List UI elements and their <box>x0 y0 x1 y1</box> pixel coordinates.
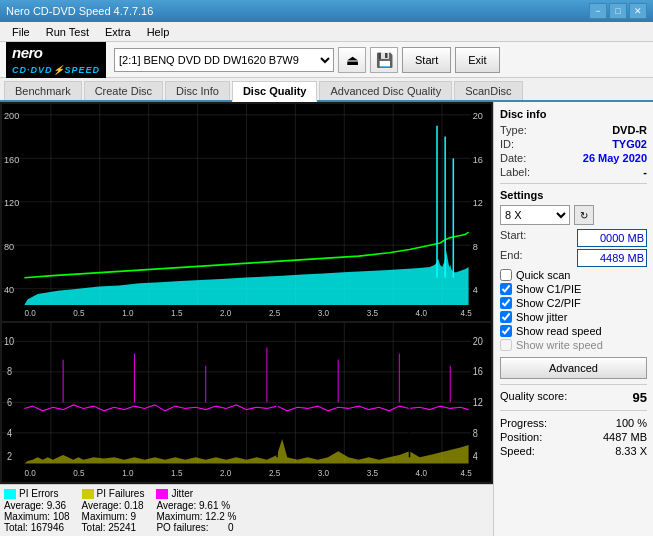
close-button[interactable]: ✕ <box>629 3 647 19</box>
svg-text:1.0: 1.0 <box>122 308 134 318</box>
legend-pi-errors: PI Errors Average: 9.36 Maximum: 108 Tot… <box>4 488 70 533</box>
svg-text:1.5: 1.5 <box>171 467 182 478</box>
nero-logo: nero CD·DVD⚡SPEED <box>6 42 106 78</box>
svg-text:12: 12 <box>473 197 483 208</box>
menu-file[interactable]: File <box>4 25 38 39</box>
show-read-speed-label: Show read speed <box>516 325 602 337</box>
label-row: Label: - <box>500 166 647 178</box>
tab-advanced-disc-quality[interactable]: Advanced Disc Quality <box>319 81 452 100</box>
speed-row: 8 X ↻ <box>500 205 647 225</box>
tab-benchmark[interactable]: Benchmark <box>4 81 82 100</box>
svg-text:8: 8 <box>473 427 478 439</box>
svg-text:40: 40 <box>4 284 14 295</box>
svg-text:4.0: 4.0 <box>416 467 427 478</box>
tab-disc-info[interactable]: Disc Info <box>165 81 230 100</box>
svg-text:4.5: 4.5 <box>460 467 471 478</box>
settings-title: Settings <box>500 189 647 201</box>
svg-text:0.0: 0.0 <box>24 467 35 478</box>
show-c2-checkbox[interactable] <box>500 297 512 309</box>
start-input[interactable] <box>577 229 647 247</box>
divider-3 <box>500 410 647 411</box>
quality-score-row: Quality score: 95 <box>500 390 647 405</box>
speed-label: Speed: <box>500 445 535 457</box>
tab-scandisc[interactable]: ScanDisc <box>454 81 522 100</box>
position-label: Position: <box>500 431 542 443</box>
show-jitter-checkbox[interactable] <box>500 311 512 323</box>
quick-scan-checkbox[interactable] <box>500 269 512 281</box>
speed-select[interactable]: 8 X <box>500 205 570 225</box>
titlebar: Nero CD-DVD Speed 4.7.7.16 − □ ✕ <box>0 0 653 22</box>
pi-errors-color <box>4 489 16 499</box>
id-value: TYG02 <box>612 138 647 150</box>
svg-text:4: 4 <box>473 284 478 295</box>
svg-text:8: 8 <box>473 240 478 251</box>
svg-text:2.0: 2.0 <box>220 308 232 318</box>
position-value: 4487 MB <box>603 431 647 443</box>
type-value: DVD-R <box>612 124 647 136</box>
disc-info-title: Disc info <box>500 108 647 120</box>
date-value: 26 May 2020 <box>583 152 647 164</box>
start-label: Start: <box>500 229 526 247</box>
end-label: End: <box>500 249 523 267</box>
svg-text:120: 120 <box>4 197 19 208</box>
menubar: File Run Test Extra Help <box>0 22 653 42</box>
end-input[interactable] <box>577 249 647 267</box>
progress-row: Progress: 100 % <box>500 417 647 429</box>
svg-text:2.5: 2.5 <box>269 467 280 478</box>
save-button[interactable]: 💾 <box>370 47 398 73</box>
start-button[interactable]: Start <box>402 47 451 73</box>
quick-scan-label: Quick scan <box>516 269 570 281</box>
svg-text:4.5: 4.5 <box>460 308 472 318</box>
pi-failures-total: Total: 25241 <box>82 522 145 533</box>
tab-create-disc[interactable]: Create Disc <box>84 81 163 100</box>
svg-text:0.5: 0.5 <box>73 467 84 478</box>
svg-text:3.0: 3.0 <box>318 467 329 478</box>
svg-text:16: 16 <box>473 366 484 378</box>
type-row: Type: DVD-R <box>500 124 647 136</box>
svg-text:2: 2 <box>7 450 12 462</box>
show-write-speed-checkbox[interactable] <box>500 339 512 351</box>
minimize-button[interactable]: − <box>589 3 607 19</box>
show-c2-label: Show C2/PIF <box>516 297 581 309</box>
exit-button[interactable]: Exit <box>455 47 499 73</box>
pi-failures-max: Maximum: 9 <box>82 511 145 522</box>
label-label: Label: <box>500 166 530 178</box>
divider-2 <box>500 384 647 385</box>
legend-pi-failures: PI Failures Average: 0.18 Maximum: 9 Tot… <box>82 488 145 533</box>
eject-button[interactable]: ⏏ <box>338 47 366 73</box>
svg-text:10: 10 <box>4 335 15 347</box>
jitter-max: Maximum: 12.2 % <box>156 511 236 522</box>
svg-text:3.5: 3.5 <box>367 308 379 318</box>
menu-help[interactable]: Help <box>139 25 178 39</box>
tab-disc-quality[interactable]: Disc Quality <box>232 81 318 102</box>
maximize-button[interactable]: □ <box>609 3 627 19</box>
legend-jitter: Jitter Average: 9.61 % Maximum: 12.2 % P… <box>156 488 236 533</box>
show-read-speed-checkbox[interactable] <box>500 325 512 337</box>
menu-run-test[interactable]: Run Test <box>38 25 97 39</box>
end-row: End: <box>500 249 647 267</box>
settings-refresh-button[interactable]: ↻ <box>574 205 594 225</box>
type-label: Type: <box>500 124 527 136</box>
show-jitter-row: Show jitter <box>500 311 647 323</box>
pi-failures-avg: Average: 0.18 <box>82 500 145 511</box>
svg-text:200: 200 <box>4 110 19 121</box>
pi-errors-total: Total: 167946 <box>4 522 70 533</box>
start-row: Start: <box>500 229 647 247</box>
svg-text:0.0: 0.0 <box>24 308 36 318</box>
date-label: Date: <box>500 152 526 164</box>
svg-text:12: 12 <box>473 397 484 409</box>
legend-area: PI Errors Average: 9.36 Maximum: 108 Tot… <box>0 484 493 536</box>
svg-text:0.5: 0.5 <box>73 308 85 318</box>
svg-text:4: 4 <box>473 450 478 462</box>
menu-extra[interactable]: Extra <box>97 25 139 39</box>
advanced-button[interactable]: Advanced <box>500 357 647 379</box>
svg-text:160: 160 <box>4 153 19 164</box>
drive-select[interactable]: [2:1] BENQ DVD DD DW1620 B7W9 <box>114 48 334 72</box>
toolbar: nero CD·DVD⚡SPEED [2:1] BENQ DVD DD DW16… <box>0 42 653 78</box>
show-c1-checkbox[interactable] <box>500 283 512 295</box>
chart-section: 200 160 120 80 40 20 16 12 8 4 0.0 0.5 1… <box>0 102 493 536</box>
date-row: Date: 26 May 2020 <box>500 152 647 164</box>
quick-scan-row: Quick scan <box>500 269 647 281</box>
right-panel: Disc info Type: DVD-R ID: TYG02 Date: 26… <box>493 102 653 536</box>
show-c1-row: Show C1/PIE <box>500 283 647 295</box>
